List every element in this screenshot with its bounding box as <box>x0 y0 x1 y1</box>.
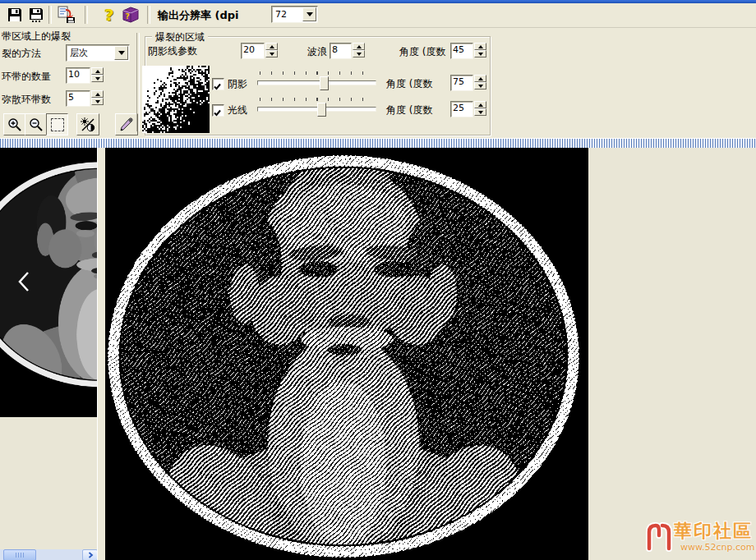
angle-input[interactable]: 45 <box>450 43 473 59</box>
angle-spinner[interactable] <box>474 43 486 57</box>
arrow-down-icon <box>357 53 362 56</box>
marquee-select-button[interactable] <box>46 113 68 135</box>
scrollbar-right-button[interactable] <box>82 549 98 560</box>
engrave-pen-button[interactable] <box>115 113 138 135</box>
rings-label: 环带的数量 <box>2 71 51 82</box>
zoom-out-icon <box>29 117 44 132</box>
toolbar-separator <box>85 6 88 24</box>
light-angle-spinner[interactable] <box>474 101 486 116</box>
spin-up-button[interactable] <box>474 43 486 50</box>
arrow-up-icon <box>95 70 100 73</box>
resolution-value: 72 <box>274 8 288 21</box>
horizontal-scrollbar[interactable] <box>0 549 97 560</box>
resolution-dropdown-button[interactable] <box>302 7 316 21</box>
diffuse-spinner[interactable] <box>91 90 104 105</box>
zoom-out-button[interactable] <box>25 113 47 135</box>
slider-ticks <box>260 98 374 101</box>
pen-icon <box>118 117 135 133</box>
slider-thumb[interactable] <box>317 103 326 117</box>
diffuse-input[interactable]: 5 <box>66 90 90 107</box>
brightness-contrast-button[interactable] <box>76 113 99 135</box>
shadow-label: 阴影 <box>228 78 247 90</box>
toolbar-separator <box>147 6 150 24</box>
toolbar: ? ? 输出分辨率 (dpi 72 <box>0 3 756 28</box>
save-as-button[interactable] <box>25 4 47 25</box>
save-as-icon <box>28 7 44 23</box>
method-dropdown-button[interactable] <box>114 46 128 60</box>
help-button[interactable]: ? <box>99 4 120 25</box>
light-label: 光线 <box>228 104 247 116</box>
angle-label: 角度 (度数 <box>386 104 433 116</box>
wave-label: 波浪 <box>307 46 327 57</box>
watermark-url: www.52cnp.com <box>680 542 754 553</box>
zoom-in-button[interactable] <box>3 113 25 135</box>
wave-value: 8 <box>330 44 351 56</box>
shadow-line-input[interactable]: 20 <box>241 43 265 59</box>
spin-up-button[interactable] <box>91 90 104 98</box>
spin-up-button[interactable] <box>353 43 365 50</box>
spin-up-button[interactable] <box>474 75 486 82</box>
spin-up-button[interactable] <box>91 67 104 75</box>
rings-value: 10 <box>67 68 90 80</box>
light-checkbox[interactable] <box>212 104 224 117</box>
wave-input[interactable]: 8 <box>330 43 352 59</box>
arrow-up-icon <box>270 45 274 48</box>
spin-down-button[interactable] <box>474 50 486 57</box>
rings-input[interactable]: 10 <box>66 67 90 84</box>
spin-up-button[interactable] <box>474 101 486 108</box>
spin-down-button[interactable] <box>91 75 104 82</box>
shadow-angle-value: 75 <box>451 76 472 88</box>
light-slider[interactable] <box>257 97 376 117</box>
spin-down-button[interactable] <box>91 98 104 105</box>
save-button[interactable] <box>4 4 25 25</box>
watermark-title: 華印社區 <box>674 519 753 544</box>
spin-down-button[interactable] <box>265 50 278 57</box>
workspace-background: 華印社區 www.52cnp.com <box>588 148 756 560</box>
spin-down-button[interactable] <box>353 50 365 57</box>
angle-value: 45 <box>451 44 472 56</box>
check-icon <box>213 82 222 91</box>
settings-panel-row: 带区域上的爆裂 裂的方法 层次 环带的数量 10 弥散环带数 5 <box>0 28 756 138</box>
marquee-icon <box>51 118 64 131</box>
method-combo[interactable]: 层次 <box>66 44 130 62</box>
arrow-down-icon <box>95 100 100 103</box>
prev-chevron-icon[interactable] <box>15 269 33 294</box>
light-angle-value: 25 <box>451 102 472 114</box>
wave-spinner[interactable] <box>353 43 365 57</box>
chevron-down-icon <box>118 51 125 55</box>
chevron-right-icon <box>87 552 94 558</box>
arrow-up-icon <box>478 103 483 107</box>
slider-ticks <box>260 71 374 75</box>
angle-label: 角度 (度数 <box>386 78 433 90</box>
zoom-in-icon <box>7 117 22 132</box>
angle-label: 角度 (度数 <box>399 46 446 57</box>
spin-down-button[interactable] <box>474 82 486 90</box>
hatch-preview-swatch <box>142 66 210 133</box>
arrow-down-icon <box>270 53 274 56</box>
shadow-checkbox[interactable] <box>212 78 224 90</box>
toolbar-separator <box>48 6 52 24</box>
slider-track[interactable] <box>257 80 376 85</box>
shadow-line-value: 20 <box>242 44 264 56</box>
engraving-canvas[interactable] <box>105 148 588 560</box>
export-to-disk-icon <box>58 6 77 24</box>
rings-spinner[interactable] <box>91 67 104 82</box>
shadow-angle-input[interactable]: 75 <box>450 75 473 91</box>
check-icon <box>213 108 222 117</box>
scrollbar-thumb[interactable] <box>3 549 36 560</box>
chevron-down-icon <box>307 12 313 16</box>
spin-down-button[interactable] <box>474 108 486 116</box>
slider-thumb[interactable] <box>320 76 329 90</box>
arrow-up-icon <box>357 45 362 48</box>
shadow-slider[interactable] <box>257 71 376 90</box>
shadow-angle-spinner[interactable] <box>474 75 486 90</box>
help-book-button[interactable]: ? <box>120 4 141 25</box>
spin-up-button[interactable] <box>265 43 278 50</box>
resolution-combo[interactable]: 72 <box>271 6 318 23</box>
method-label: 裂的方法 <box>2 48 41 59</box>
help-book-icon: ? <box>121 6 141 24</box>
export-button[interactable] <box>56 4 79 25</box>
light-angle-input[interactable]: 25 <box>450 101 473 117</box>
shadow-line-spinner[interactable] <box>265 43 278 57</box>
panel-separator <box>136 33 140 131</box>
